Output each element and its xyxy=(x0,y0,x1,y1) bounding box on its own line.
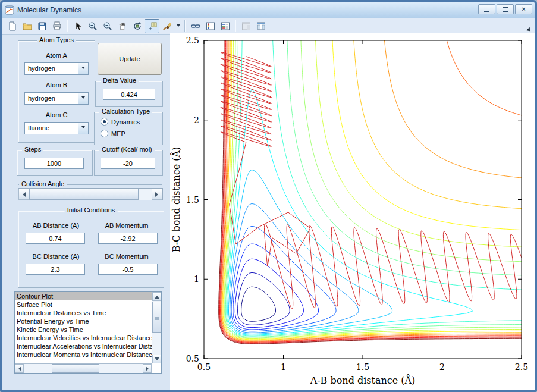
insert-colorbar-button[interactable] xyxy=(203,19,218,33)
svg-text:0.5: 0.5 xyxy=(197,362,211,372)
list-item-internuclear-distances[interactable]: Internuclear Distances vs Time xyxy=(15,309,152,317)
slider-thumb[interactable] xyxy=(29,189,139,200)
titlebar[interactable]: Molecular Dynamics × xyxy=(2,2,535,18)
svg-text:2.5: 2.5 xyxy=(186,36,199,45)
chevron-down-icon xyxy=(81,126,85,130)
svg-text:2: 2 xyxy=(194,115,199,125)
chevron-down-icon xyxy=(81,67,85,71)
collision-angle-rule: Collision Angle xyxy=(18,184,162,185)
arrow-down-icon xyxy=(155,357,159,363)
mep-radio[interactable]: MEP xyxy=(101,130,125,137)
brush-data-button[interactable] xyxy=(159,19,174,33)
initial-conditions-panel: Initial Conditions AB Distance (A) AB Mo… xyxy=(18,211,164,288)
window-controls: × xyxy=(477,4,532,14)
open-folder-icon xyxy=(23,21,32,31)
window-title: Molecular Dynamics xyxy=(17,6,81,14)
data-cursor-button[interactable] xyxy=(145,19,159,33)
atom-c-dropdown-button[interactable] xyxy=(78,123,88,134)
svg-text:1: 1 xyxy=(281,362,286,372)
ab-momentum-label: AB Momentum xyxy=(95,222,159,229)
cutoff-title: Cutoff (Kcal/ mol) xyxy=(99,146,155,153)
atom-types-title: Atom Types xyxy=(37,36,76,43)
bc-distance-field[interactable] xyxy=(26,264,85,275)
atom-types-panel: Atom Types Atom A hydrogen Atom B hydrog… xyxy=(18,40,95,143)
atom-b-label: Atom B xyxy=(18,81,95,89)
steps-panel: Steps xyxy=(17,150,93,176)
calculation-type-title: Calculation Type xyxy=(99,108,152,115)
steps-field[interactable] xyxy=(24,158,84,169)
svg-text:2: 2 xyxy=(439,362,445,372)
contour-plot[interactable]: 0.511.522.50.511.522.5A-B bond distance … xyxy=(170,33,535,390)
pointer-tool-button[interactable] xyxy=(70,19,85,33)
list-vertical-thumb[interactable] xyxy=(152,302,161,333)
app-icon xyxy=(5,5,14,15)
ab-momentum-field[interactable] xyxy=(98,233,158,244)
list-item-contour-plot[interactable]: Contour Plot xyxy=(15,292,152,300)
list-item-surface-plot[interactable]: Surface Plot xyxy=(15,300,152,309)
ab-distance-field[interactable] xyxy=(26,233,85,244)
arrow-left-icon xyxy=(16,366,21,371)
open-file-button[interactable] xyxy=(20,19,34,33)
show-plot-tools-button[interactable] xyxy=(253,19,268,33)
plot-type-listbox[interactable]: Contour Plot Surface Plot Internuclear D… xyxy=(14,291,162,374)
svg-text:B-C bond distance (Å): B-C bond distance (Å) xyxy=(170,147,182,253)
plot-type-list: Contour Plot Surface Plot Internuclear D… xyxy=(15,292,152,363)
list-scroll-right-button[interactable] xyxy=(143,364,152,373)
figure-panel: 0.511.522.50.511.522.5A-B bond distance … xyxy=(170,33,535,390)
list-scroll-up-button[interactable] xyxy=(152,292,161,301)
list-scroll-down-button[interactable] xyxy=(152,355,161,363)
zoom-in-icon xyxy=(88,21,98,31)
list-scroll-left-button[interactable] xyxy=(15,364,24,373)
list-vertical-scrollbar[interactable] xyxy=(152,292,161,363)
show-plot-tools-icon xyxy=(256,21,266,31)
print-figure-button[interactable] xyxy=(49,19,64,33)
minimize-button[interactable] xyxy=(478,4,495,14)
bc-momentum-label: BC Momentum xyxy=(95,253,159,260)
atom-c-label: Atom C xyxy=(18,111,95,118)
link-plot-button[interactable] xyxy=(188,19,203,33)
list-item-internuclear-velocities[interactable]: Internuclear Velocities vs Internuclear … xyxy=(15,334,152,342)
collision-angle-slider[interactable] xyxy=(18,188,163,200)
list-item-internuclear-accelerations[interactable]: Internuclear Accelerations vs Internucle… xyxy=(15,342,152,350)
bc-momentum-field[interactable] xyxy=(98,264,158,275)
save-figure-button[interactable] xyxy=(34,19,49,33)
dynamics-radio[interactable]: Dynamics xyxy=(101,118,140,126)
zoom-in-button[interactable] xyxy=(85,19,100,33)
update-button[interactable]: Update xyxy=(98,43,162,75)
arrow-left-icon xyxy=(20,192,26,197)
atom-a-dropdown[interactable]: hydrogen xyxy=(24,62,89,75)
list-item-potential-energy[interactable]: Potential Energy vs Time xyxy=(15,317,152,325)
list-item-kinetic-energy[interactable]: Kinetic Energy vs Time xyxy=(15,325,152,334)
rotate-3d-button[interactable] xyxy=(130,19,145,33)
list-item-internuclear-momenta[interactable]: Internuclear Momenta vs Internuclear Dis… xyxy=(15,350,152,359)
delta-value-field[interactable] xyxy=(103,89,155,100)
atom-b-dropdown[interactable]: hydrogen xyxy=(24,92,89,105)
hide-plot-tools-button xyxy=(238,19,253,33)
pan-tool-button[interactable] xyxy=(115,19,130,33)
thumb-grip xyxy=(155,317,159,318)
close-button[interactable]: × xyxy=(515,4,532,14)
ab-distance-label: AB Distance (A) xyxy=(23,222,89,229)
slider-left-arrow[interactable] xyxy=(18,189,29,200)
chevron-down-icon xyxy=(81,96,85,101)
initial-conditions-title: Initial Conditions xyxy=(65,206,118,214)
list-horizontal-thumb[interactable] xyxy=(52,364,99,373)
atom-c-dropdown[interactable]: fluorine xyxy=(24,122,89,134)
brush-options-button[interactable] xyxy=(174,19,182,33)
list-horizontal-scrollbar[interactable] xyxy=(15,363,152,373)
slider-right-arrow[interactable] xyxy=(152,189,162,200)
atom-b-dropdown-button[interactable] xyxy=(78,93,88,104)
app-window: Molecular Dynamics × xyxy=(0,0,537,392)
toolbar-separator xyxy=(184,20,186,32)
maximize-button[interactable] xyxy=(497,4,514,14)
cutoff-panel: Cutoff (Kcal/ mol) xyxy=(94,150,163,176)
save-floppy-icon xyxy=(37,21,47,31)
zoom-out-button[interactable] xyxy=(100,19,115,33)
zoom-out-icon xyxy=(103,21,112,31)
cutoff-field[interactable] xyxy=(101,158,155,169)
insert-legend-button[interactable] xyxy=(218,19,233,33)
pan-hand-icon xyxy=(118,21,127,31)
close-icon: × xyxy=(522,6,525,12)
atom-a-dropdown-button[interactable] xyxy=(78,63,88,74)
new-figure-button[interactable] xyxy=(5,19,20,33)
